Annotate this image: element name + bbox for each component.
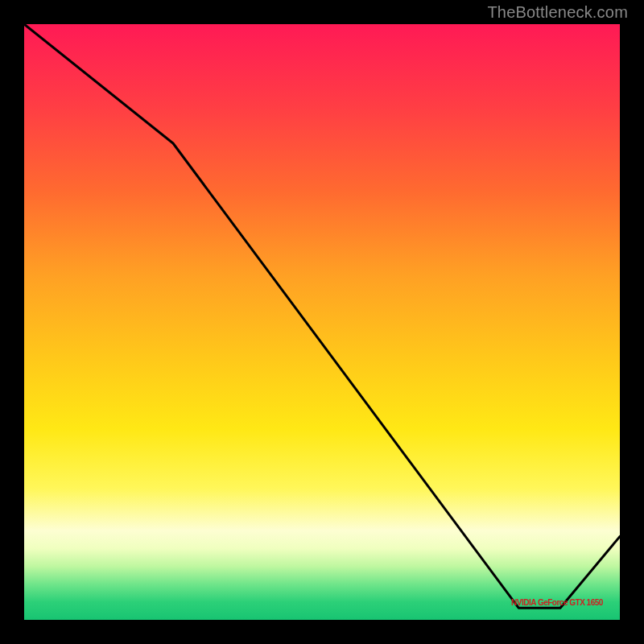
plot-area: NVIDIA GeForce GTX 1650 bbox=[24, 24, 620, 620]
gpu-label: NVIDIA GeForce GTX 1650 bbox=[511, 598, 603, 607]
line-chart-svg bbox=[24, 24, 620, 620]
watermark-text: TheBottleneck.com bbox=[487, 3, 628, 22]
chart-line bbox=[24, 24, 620, 608]
chart-frame: TheBottleneck.com NVIDIA GeForce GTX 165… bbox=[0, 0, 644, 644]
